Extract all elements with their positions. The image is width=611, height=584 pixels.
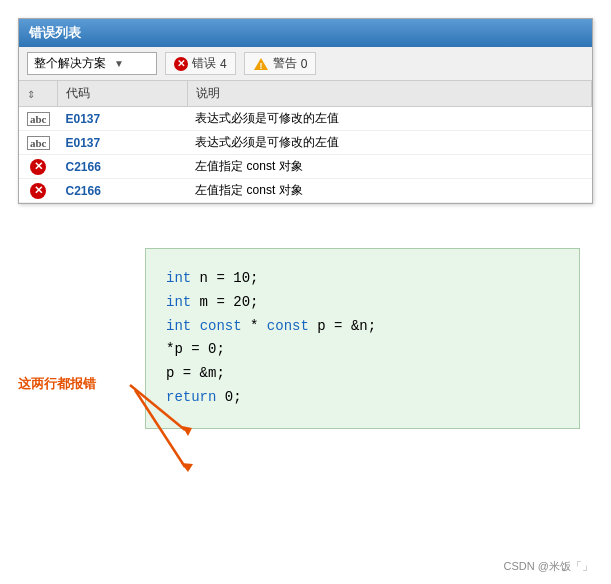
row-icon-cell: ✕ — [19, 155, 58, 179]
annotation-label: 这两行都报错 — [18, 375, 96, 393]
table-row[interactable]: ✕C2166左值指定 const 对象 — [19, 155, 592, 179]
row-icon-cell: abc — [19, 131, 58, 155]
table-row[interactable]: ✕C2166左值指定 const 对象 — [19, 179, 592, 203]
toolbar: 整个解决方案 ▼ ✕ 错误 4 ! 警告 0 — [19, 47, 592, 81]
table-row[interactable]: abcE0137表达式必须是可修改的左值 — [19, 107, 592, 131]
code-block: int n = 10;int m = 20;int const * const … — [145, 248, 580, 429]
panel-title: 错误列表 — [19, 19, 592, 47]
warning-count-badge[interactable]: ! 警告 0 — [244, 52, 317, 75]
error-label: 错误 — [192, 55, 216, 72]
scope-dropdown[interactable]: 整个解决方案 ▼ — [27, 52, 157, 75]
col-header-code: 代码 — [58, 81, 188, 107]
row-description: 左值指定 const 对象 — [187, 155, 591, 179]
row-code: E0137 — [58, 107, 188, 131]
warning-label: 警告 — [273, 55, 297, 72]
warning-count: 0 — [301, 57, 308, 71]
code-line: int m = 20; — [166, 291, 559, 315]
row-code: C2166 — [58, 179, 188, 203]
table-header-row: ⇕ 代码 说明 — [19, 81, 592, 107]
row-description: 表达式必须是可修改的左值 — [187, 131, 591, 155]
row-icon-cell: abc — [19, 107, 58, 131]
error-count: 4 — [220, 57, 227, 71]
col-header-desc: 说明 — [187, 81, 591, 107]
row-description: 左值指定 const 对象 — [187, 179, 591, 203]
svg-text:!: ! — [259, 61, 262, 71]
title-text: 错误列表 — [29, 24, 81, 42]
code-line: p = &m; — [166, 362, 559, 386]
code-line: *p = 0; — [166, 338, 559, 362]
error-panel: 错误列表 整个解决方案 ▼ ✕ 错误 4 ! 警告 0 ⇕ — [18, 18, 593, 204]
watermark: CSDN @米饭「」 — [504, 559, 593, 574]
row-code: E0137 — [58, 131, 188, 155]
error-table: ⇕ 代码 说明 abcE0137表达式必须是可修改的左值abcE0137表达式必… — [19, 81, 592, 203]
code-line: int n = 10; — [166, 267, 559, 291]
svg-marker-5 — [181, 463, 193, 472]
error-count-badge[interactable]: ✕ 错误 4 — [165, 52, 236, 75]
col-header-num: ⇕ — [19, 81, 58, 107]
warning-triangle-icon: ! — [253, 57, 269, 71]
code-line: int const * const p = &n; — [166, 315, 559, 339]
row-code: C2166 — [58, 155, 188, 179]
row-description: 表达式必须是可修改的左值 — [187, 107, 591, 131]
chevron-down-icon: ▼ — [114, 58, 124, 69]
code-line: return 0; — [166, 386, 559, 410]
table-row[interactable]: abcE0137表达式必须是可修改的左值 — [19, 131, 592, 155]
dropdown-label: 整个解决方案 — [34, 55, 106, 72]
error-circle-icon: ✕ — [174, 57, 188, 71]
row-icon-cell: ✕ — [19, 179, 58, 203]
